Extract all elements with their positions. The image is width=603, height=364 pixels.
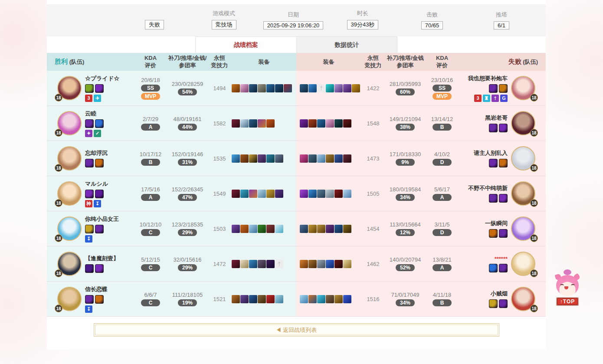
item-icon[interactable] xyxy=(300,84,308,92)
player-avatar[interactable]: 18 xyxy=(54,146,85,171)
item-icon[interactable] xyxy=(240,260,249,268)
player-avatar[interactable]: 18 xyxy=(54,287,85,311)
item-icon[interactable] xyxy=(275,190,283,198)
item-icon[interactable] xyxy=(326,295,334,303)
item-icon[interactable] xyxy=(258,154,266,163)
item-icon[interactable] xyxy=(334,84,343,92)
item-icon[interactable] xyxy=(266,190,275,198)
player-name[interactable]: 请主人别乱入 xyxy=(474,149,508,157)
item-icon[interactable] xyxy=(326,225,334,233)
item-icon[interactable] xyxy=(334,190,343,198)
item-icon[interactable] xyxy=(258,84,266,92)
item-icon[interactable] xyxy=(232,190,240,198)
player-name[interactable]: ☆プライド☆ xyxy=(85,75,134,82)
item-icon[interactable] xyxy=(232,225,240,233)
item-icon[interactable] xyxy=(334,295,343,303)
player-avatar[interactable]: 18 xyxy=(54,216,85,241)
player-name[interactable]: ****** xyxy=(495,256,508,262)
item-icon[interactable] xyxy=(249,260,257,268)
item-icon[interactable] xyxy=(343,295,351,303)
item-icon[interactable] xyxy=(240,225,249,233)
item-icon[interactable] xyxy=(343,84,351,92)
item-icon[interactable] xyxy=(240,154,249,163)
item-icon[interactable] xyxy=(308,190,317,198)
item-icon[interactable] xyxy=(249,225,257,233)
player-avatar[interactable]: 18 xyxy=(508,252,539,276)
item-icon[interactable] xyxy=(317,260,325,268)
item-icon[interactable] xyxy=(326,154,334,163)
item-icon[interactable] xyxy=(343,225,351,233)
item-icon[interactable] xyxy=(334,225,343,233)
back-to-record-list-button[interactable]: ◀ 返回战绩列表 xyxy=(94,323,499,337)
item-icon[interactable] xyxy=(249,190,257,198)
item-icon[interactable] xyxy=(258,190,266,198)
item-icon[interactable] xyxy=(334,119,343,128)
item-icon[interactable] xyxy=(317,119,325,128)
item-icon[interactable] xyxy=(300,119,308,128)
item-icon[interactable] xyxy=(240,119,249,128)
item-icon[interactable] xyxy=(249,84,257,92)
player-name[interactable]: 你纯小品女王 xyxy=(85,215,134,223)
item-icon[interactable] xyxy=(266,260,275,268)
item-icon[interactable] xyxy=(326,119,334,128)
player-avatar[interactable]: 18 xyxy=(508,111,539,135)
player-avatar[interactable]: 18 xyxy=(508,146,539,171)
item-icon[interactable] xyxy=(308,119,317,128)
player-name[interactable]: 【逢魔刻壹】 xyxy=(85,255,134,262)
item-icon[interactable] xyxy=(317,295,325,303)
item-icon[interactable] xyxy=(343,119,351,128)
item-icon[interactable] xyxy=(300,190,308,198)
item-icon[interactable] xyxy=(300,295,308,303)
item-icon[interactable] xyxy=(343,154,351,163)
item-icon[interactable] xyxy=(266,225,275,233)
item-icon[interactable] xyxy=(232,84,240,92)
item-icon[interactable] xyxy=(308,154,317,163)
item-icon[interactable] xyxy=(275,295,283,303)
player-name[interactable]: 信长恋蝶 xyxy=(85,285,134,293)
tab-battle-record[interactable]: 战绩档案 xyxy=(195,36,297,53)
item-icon[interactable] xyxy=(284,84,292,92)
player-avatar[interactable]: 18 xyxy=(54,76,85,100)
item-icon[interactable] xyxy=(300,260,308,268)
item-icon[interactable] xyxy=(249,119,257,128)
tab-data-statistics[interactable]: 数据统计 xyxy=(297,36,398,53)
item-icon[interactable] xyxy=(308,225,317,233)
item-icon[interactable] xyxy=(232,260,240,268)
player-name[interactable]: 黑岩老哥 xyxy=(485,114,508,122)
player-avatar[interactable]: 18 xyxy=(508,76,539,100)
item-icon[interactable] xyxy=(343,260,351,268)
player-name[interactable]: マルシル xyxy=(85,180,134,188)
item-icon[interactable] xyxy=(308,84,317,92)
player-name[interactable]: 不野不中纯萌新 xyxy=(468,184,508,192)
player-avatar[interactable]: 18 xyxy=(54,252,85,276)
item-icon[interactable] xyxy=(258,260,266,268)
item-icon[interactable] xyxy=(300,154,308,163)
item-icon[interactable] xyxy=(317,190,325,198)
item-icon[interactable] xyxy=(326,190,334,198)
item-icon[interactable] xyxy=(326,260,334,268)
player-avatar[interactable]: 18 xyxy=(508,181,539,206)
item-icon[interactable] xyxy=(266,84,275,92)
item-icon[interactable] xyxy=(258,295,266,303)
item-icon[interactable] xyxy=(275,154,283,163)
item-icon[interactable] xyxy=(249,154,257,163)
item-icon[interactable] xyxy=(334,260,343,268)
item-icon[interactable] xyxy=(317,225,325,233)
item-icon[interactable] xyxy=(258,119,266,128)
item-icon[interactable] xyxy=(240,84,249,92)
item-icon[interactable] xyxy=(308,260,317,268)
back-to-top-mascot[interactable]: ↑TOP xyxy=(552,272,583,306)
player-name[interactable]: 一纵瞬间 xyxy=(485,220,508,227)
item-icon[interactable] xyxy=(334,154,343,163)
item-icon[interactable] xyxy=(275,225,283,233)
item-icon[interactable] xyxy=(352,84,360,92)
player-avatar[interactable]: 18 xyxy=(54,111,85,135)
player-name[interactable]: 云睦 xyxy=(85,110,134,118)
back-to-top-button[interactable]: ↑TOP xyxy=(556,297,579,306)
item-icon[interactable] xyxy=(232,154,240,163)
player-avatar[interactable]: 18 xyxy=(508,287,539,311)
item-icon[interactable] xyxy=(232,295,240,303)
item-icon[interactable] xyxy=(266,119,275,128)
item-icon[interactable] xyxy=(258,225,266,233)
item-icon[interactable] xyxy=(232,119,240,128)
